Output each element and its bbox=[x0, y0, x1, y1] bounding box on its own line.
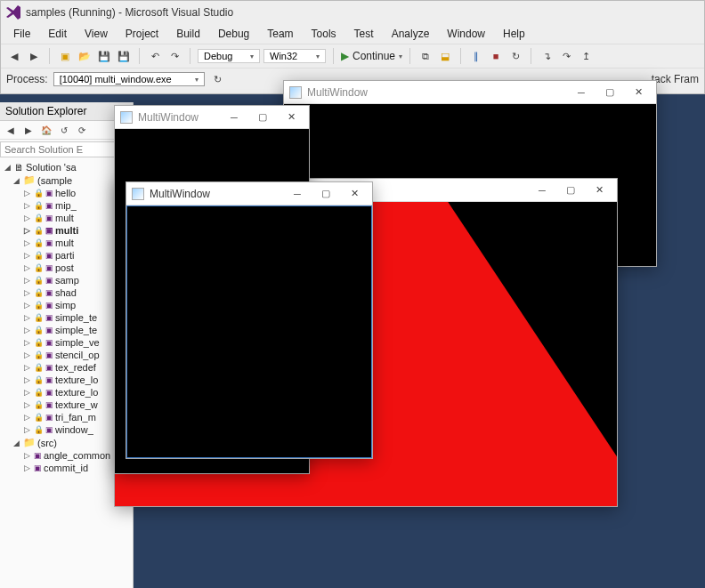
menu-debug[interactable]: Debug bbox=[211, 26, 256, 42]
toolbar-sep bbox=[190, 48, 190, 64]
close-button[interactable]: ✕ bbox=[587, 181, 612, 199]
open-file-button[interactable]: 📂 bbox=[77, 48, 93, 64]
menu-analyze[interactable]: Analyze bbox=[385, 26, 437, 42]
new-project-button[interactable]: ▣ bbox=[57, 48, 73, 64]
stop-debug-button[interactable]: ■ bbox=[488, 48, 504, 64]
close-button[interactable]: ✕ bbox=[626, 84, 651, 101]
menu-tools[interactable]: Tools bbox=[304, 26, 344, 42]
menu-project[interactable]: Project bbox=[118, 26, 166, 42]
app-icon bbox=[289, 86, 302, 99]
solution-search-input[interactable] bbox=[0, 141, 133, 157]
break-all-button[interactable]: ∥ bbox=[468, 48, 484, 64]
se-forward-button[interactable]: ▶ bbox=[21, 123, 36, 137]
nav-forward-button[interactable]: ▶ bbox=[26, 48, 42, 64]
se-refresh-button[interactable]: ⟳ bbox=[75, 123, 89, 137]
toolbar-misc1[interactable]: ⧉ bbox=[417, 48, 434, 64]
continue-button[interactable]: ▶Continue▾ bbox=[341, 50, 402, 62]
step-into-button[interactable]: ↴ bbox=[539, 48, 555, 64]
menu-file[interactable]: File bbox=[6, 26, 37, 42]
platform-dropdown[interactable]: Win32▾ bbox=[263, 49, 326, 63]
window-title: MultiWindow bbox=[307, 86, 569, 99]
window-title: samples (Running) - Microsoft Visual Stu… bbox=[26, 6, 699, 19]
window-titlebar[interactable]: MultiWindow ─ ▢ ✕ bbox=[115, 106, 309, 129]
config-dropdown[interactable]: Debug▾ bbox=[198, 49, 260, 63]
minimize-button[interactable]: ─ bbox=[569, 84, 594, 101]
close-button[interactable]: ✕ bbox=[342, 185, 367, 203]
toolbar-sep bbox=[333, 48, 334, 64]
solution-tree: ◢🗎Solution 'sa ◢📁(sample ▷🔒▣hello▷🔒▣mip_… bbox=[0, 159, 133, 476]
save-all-button[interactable]: 💾 bbox=[116, 48, 132, 64]
maximize-button[interactable]: ▢ bbox=[597, 84, 622, 101]
visual-studio-logo-icon bbox=[6, 5, 20, 20]
menu-window[interactable]: Window bbox=[440, 26, 492, 42]
minimize-button[interactable]: ─ bbox=[530, 181, 555, 199]
se-sync-button[interactable]: ↺ bbox=[57, 123, 71, 137]
step-out-button[interactable]: ↥ bbox=[578, 48, 594, 64]
window-title: MultiWindow bbox=[150, 188, 285, 200]
toolbar-sep bbox=[139, 48, 140, 64]
window-title: MultiWindow bbox=[138, 111, 222, 124]
toolbar-misc2[interactable]: ⬓ bbox=[437, 48, 453, 64]
toolbar-sep bbox=[409, 48, 410, 64]
vs-titlebar: samples (Running) - Microsoft Visual Stu… bbox=[1, 1, 704, 24]
menu-help[interactable]: Help bbox=[496, 26, 532, 42]
render-canvas bbox=[126, 205, 372, 458]
minimize-button[interactable]: ─ bbox=[222, 109, 247, 126]
restart-button[interactable]: ↻ bbox=[507, 48, 523, 64]
close-button[interactable]: ✕ bbox=[279, 109, 304, 126]
solution-explorer-title: Solution Explorer bbox=[0, 102, 133, 121]
menu-bar: File Edit View Project Build Debug Team … bbox=[1, 24, 704, 44]
undo-button[interactable]: ↶ bbox=[147, 48, 163, 64]
src-folder[interactable]: ◢📁(src) bbox=[11, 436, 131, 449]
window-titlebar[interactable]: MultiWindow ─ ▢ ✕ bbox=[126, 182, 372, 205]
toolbar-sep bbox=[49, 48, 50, 64]
maximize-button[interactable]: ▢ bbox=[250, 109, 275, 126]
svg-marker-0 bbox=[6, 5, 20, 20]
solution-explorer-toolbar: ◀ ▶ 🏠 ↺ ⟳ bbox=[0, 121, 133, 140]
main-toolbar: ◀ ▶ ▣ 📂 💾 💾 ↶ ↷ Debug▾ Win32▾ ▶Continue▾… bbox=[1, 44, 704, 68]
maximize-button[interactable]: ▢ bbox=[558, 181, 583, 199]
menu-build[interactable]: Build bbox=[169, 26, 207, 42]
save-button[interactable]: 💾 bbox=[96, 48, 112, 64]
multiwindow-window-active[interactable]: MultiWindow ─ ▢ ✕ bbox=[126, 181, 373, 459]
process-label: Process: bbox=[6, 73, 48, 85]
menu-edit[interactable]: Edit bbox=[41, 26, 74, 42]
window-titlebar[interactable]: MultiWindow ─ ▢ ✕ bbox=[284, 81, 656, 104]
menu-view[interactable]: View bbox=[77, 26, 115, 42]
solution-root[interactable]: ◢🗎Solution 'sa bbox=[2, 161, 131, 173]
minimize-button[interactable]: ─ bbox=[285, 185, 310, 203]
process-refresh-button[interactable]: ↻ bbox=[210, 71, 226, 87]
project-node[interactable]: ◢📁(sample bbox=[11, 173, 131, 187]
se-back-button[interactable]: ◀ bbox=[4, 123, 18, 137]
step-over-button[interactable]: ↷ bbox=[558, 48, 574, 64]
process-dropdown[interactable]: [10040] multi_window.exe▾ bbox=[53, 72, 205, 86]
redo-button[interactable]: ↷ bbox=[166, 48, 182, 64]
toolbar-sep bbox=[531, 48, 531, 64]
menu-test[interactable]: Test bbox=[347, 26, 381, 42]
app-icon bbox=[120, 111, 133, 124]
nav-back-button[interactable]: ◀ bbox=[6, 48, 22, 64]
play-icon: ▶ bbox=[341, 50, 349, 62]
se-home-button[interactable]: 🏠 bbox=[39, 123, 53, 137]
menu-team[interactable]: Team bbox=[260, 26, 300, 42]
app-icon bbox=[132, 188, 144, 200]
maximize-button[interactable]: ▢ bbox=[313, 185, 338, 203]
toolbar-sep bbox=[460, 48, 461, 64]
stackframe-label: tack Fram bbox=[652, 73, 699, 85]
